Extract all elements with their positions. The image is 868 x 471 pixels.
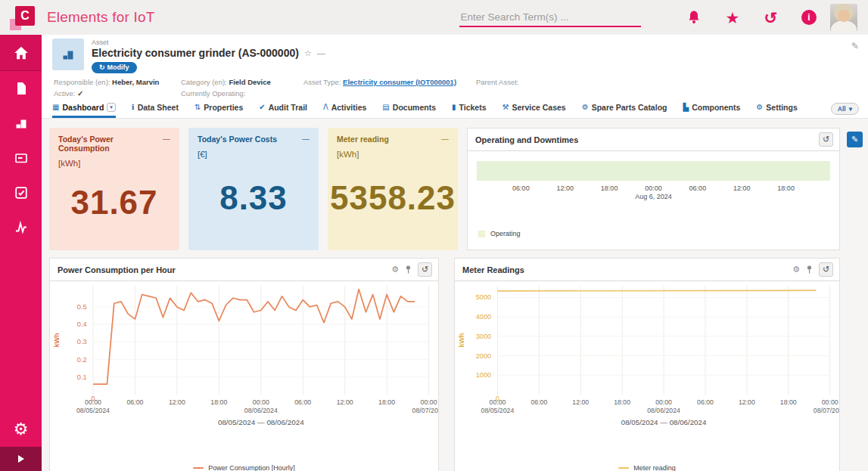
reset-zoom-icon[interactable]: ↺ xyxy=(819,262,833,277)
svg-text:06:00: 06:00 xyxy=(697,398,714,406)
search-input[interactable] xyxy=(459,8,641,27)
history-icon[interactable]: ↺ xyxy=(764,10,777,26)
svg-text:06:00: 06:00 xyxy=(126,398,143,406)
tab-spare-parts-catalog[interactable]: ⚙Spare Parts Catalog xyxy=(582,103,667,118)
chart-title: Meter Readings xyxy=(462,265,792,274)
edit-dashboard-button[interactable]: ✎ xyxy=(847,132,863,147)
card-icon xyxy=(14,150,29,166)
tab-audit-trail[interactable]: ✔Audit Trail xyxy=(259,103,307,118)
legend-swatch xyxy=(193,467,204,469)
svg-text:06:00: 06:00 xyxy=(530,398,547,406)
chart-settings-gear-icon[interactable]: ⚙ xyxy=(391,265,399,274)
modify-button[interactable]: ↻ Modify xyxy=(92,62,137,73)
pulse-icon xyxy=(14,220,29,235)
asset-kind-label: Asset xyxy=(92,39,325,46)
pin-icon[interactable] xyxy=(406,265,411,274)
field-active: Active: ✓ xyxy=(54,89,181,98)
svg-text:12:00: 12:00 xyxy=(572,398,589,406)
tab-dropdown-caret[interactable]: ▾ xyxy=(107,103,116,112)
app-logo[interactable]: C xyxy=(12,6,35,29)
operating-legend: Operating xyxy=(478,230,839,237)
tab-tickets[interactable]: ▮Tickets xyxy=(452,103,487,118)
collapse-icon[interactable]: — xyxy=(317,48,325,57)
timeline-axis: Aug 6, 2024 06:0012:0018:0000:0006:0012:… xyxy=(477,184,830,209)
data-sheet-icon: ℹ xyxy=(132,104,135,111)
edit-pencil-icon[interactable]: ✎ xyxy=(851,41,859,51)
tab-dashboard[interactable]: ▦Dashboard▾ xyxy=(52,103,116,118)
kpi-title: Meter reading xyxy=(337,135,441,144)
operating-timeline-bar xyxy=(477,161,830,181)
asset-tabs: ▦Dashboard▾ℹData Sheet⇅Properties✔Audit … xyxy=(52,103,859,118)
tab-components[interactable]: ▙Components xyxy=(683,103,740,118)
tab-label: Activities xyxy=(331,103,367,112)
timeline-date-label: Aug 6, 2024 xyxy=(635,193,672,200)
svg-text:00:00: 00:00 xyxy=(253,398,269,406)
audit-trail-icon: ✔ xyxy=(259,104,265,111)
tab-label: Spare Parts Catalog xyxy=(592,103,667,112)
sidebar-item-settings[interactable]: ⚙ xyxy=(0,412,42,447)
asset-type-icon xyxy=(52,39,84,70)
svg-text:1000: 1000 xyxy=(476,371,492,379)
gear-icon: ⚙ xyxy=(14,421,29,438)
minimize-icon[interactable]: — xyxy=(163,135,170,143)
svg-text:08/06/2024: 08/06/2024 xyxy=(244,407,278,414)
sidebar-item-tasks[interactable] xyxy=(0,175,42,210)
filter-label: All xyxy=(838,105,846,113)
tab-documents[interactable]: ▤Documents xyxy=(382,103,436,118)
kpi-value: 31.67 xyxy=(58,168,170,243)
tab-label: Documents xyxy=(393,103,436,112)
activities-icon: Λ xyxy=(323,104,328,111)
user-avatar[interactable] xyxy=(830,4,857,31)
kpi-unit: [kWh] xyxy=(58,159,170,168)
field-label: Currently Operating: xyxy=(181,89,246,98)
svg-text:08/07/2024: 08/07/2024 xyxy=(412,407,438,414)
svg-text:08/06/2024: 08/06/2024 xyxy=(647,407,680,414)
power-consumption-chart-card: Power Consumption per Hour ⚙ ↺ 0.10.20.3… xyxy=(49,258,439,471)
field-category-en: Category (en): Field Device xyxy=(181,78,303,86)
tab-data-sheet[interactable]: ℹData Sheet xyxy=(132,103,179,118)
svg-text:06:00: 06:00 xyxy=(294,398,311,406)
field-label: Active: xyxy=(54,89,77,98)
sidebar-item-home[interactable] xyxy=(0,35,42,71)
field-parent-asset: Parent Asset: xyxy=(476,78,859,86)
svg-text:08/05/2024: 08/05/2024 xyxy=(76,407,110,414)
tab-properties[interactable]: ⇅Properties xyxy=(194,103,243,118)
reset-zoom-icon[interactable]: ↺ xyxy=(418,262,432,277)
service-cases-icon: ⚒ xyxy=(502,104,509,111)
svg-text:00:00: 00:00 xyxy=(421,398,437,406)
svg-text:4000: 4000 xyxy=(476,313,492,321)
dashboard-content: ✎ Today's Power Consumption—[kWh]31.67To… xyxy=(42,119,868,471)
svg-text:08/05/2024 — 08/06/2024: 08/05/2024 — 08/06/2024 xyxy=(218,418,304,426)
sidebar-item-documents[interactable] xyxy=(0,71,42,106)
tab-label: Audit Trail xyxy=(269,103,307,112)
pin-icon[interactable] xyxy=(807,265,812,274)
meter-readings-chart-card: Meter Readings ⚙ ↺ 100020003000400050000… xyxy=(454,258,840,471)
sidebar-expand-button[interactable] xyxy=(0,447,42,471)
field-label: Responsible (en): xyxy=(54,78,112,86)
minimize-icon[interactable]: — xyxy=(302,135,310,143)
timeline-tick: 06:00 xyxy=(512,184,530,192)
kpi-title: Today's Power Consumption xyxy=(58,135,163,153)
kpi-value: 5358.23 xyxy=(337,159,449,243)
tab-filter-all[interactable]: All ▾ xyxy=(831,103,859,115)
minimize-icon[interactable]: — xyxy=(441,135,449,143)
tab-settings[interactable]: ⚙Settings xyxy=(756,103,797,118)
reset-zoom-icon[interactable]: ↺ xyxy=(819,132,833,147)
svg-text:0.2: 0.2 xyxy=(77,356,87,364)
favorite-star-icon[interactable]: ☆ xyxy=(304,48,312,58)
sidebar-item-cards[interactable] xyxy=(0,141,42,175)
notifications-bell-icon[interactable] xyxy=(686,10,702,25)
svg-text:18:00: 18:00 xyxy=(378,398,395,406)
svg-text:5000: 5000 xyxy=(476,294,492,302)
favorites-star-icon[interactable]: ★ xyxy=(726,10,740,26)
tab-label: Properties xyxy=(204,103,243,112)
sidebar-item-activity[interactable] xyxy=(0,210,42,245)
top-header: C Elements for IoT ★ ↺ i xyxy=(0,0,868,35)
field-value[interactable]: Electricity consumer (IOT000001) xyxy=(343,78,456,86)
tab-service-cases[interactable]: ⚒Service Cases xyxy=(502,103,566,118)
sidebar-item-assets[interactable] xyxy=(0,106,42,141)
info-icon[interactable]: i xyxy=(801,10,817,25)
tab-activities[interactable]: ΛActivities xyxy=(323,103,366,118)
chart-settings-gear-icon[interactable]: ⚙ xyxy=(792,265,800,274)
asset-meta-grid: Responsible (en): Heber, MarvinCategory … xyxy=(54,78,859,98)
